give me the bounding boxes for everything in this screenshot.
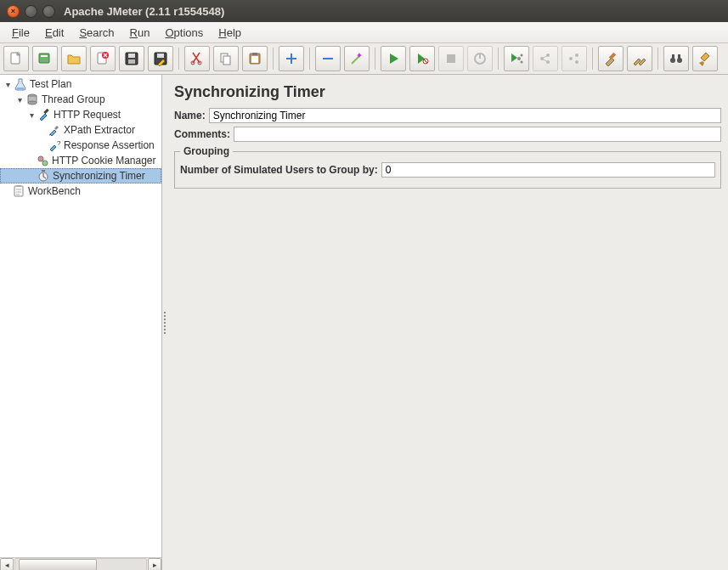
wand-icon — [349, 51, 364, 66]
svg-point-32 — [575, 60, 578, 64]
gears-icon — [36, 154, 49, 167]
tree-node-test-plan[interactable]: ▾ Test Plan — [0, 76, 161, 92]
svg-rect-7 — [128, 54, 135, 58]
open-button[interactable] — [61, 46, 87, 71]
users-input[interactable] — [381, 162, 715, 178]
clear-all-icon — [632, 51, 647, 66]
tree-node-http-request[interactable]: ▾ HTTP Request — [0, 107, 161, 122]
panel-title: Synchronizing Timer — [174, 83, 721, 101]
copy-button[interactable] — [213, 46, 239, 71]
window-maximize-button[interactable] — [42, 5, 55, 18]
scroll-thumb[interactable] — [19, 559, 97, 570]
tree-horizontal-scrollbar[interactable]: ◂ ▸ — [0, 557, 161, 570]
name-row: Name: — [174, 108, 721, 123]
toggle-button[interactable] — [344, 46, 370, 71]
tree-body[interactable]: ▾ Test Plan ▾ Thread Group ▾ HTTP Reques… — [0, 75, 161, 557]
broom-icon — [697, 51, 713, 66]
tree-panel: ▾ Test Plan ▾ Thread Group ▾ HTTP Reques… — [0, 75, 162, 570]
tree-node-thread-group[interactable]: ▾ Thread Group — [0, 92, 161, 107]
comments-input[interactable] — [234, 127, 721, 142]
svg-rect-37 — [678, 54, 680, 59]
menu-search[interactable]: Search — [72, 25, 121, 41]
shutdown-button[interactable] — [467, 46, 493, 71]
templates-button[interactable] — [32, 46, 58, 71]
window-minimize-button[interactable] — [25, 5, 37, 18]
scroll-right-button[interactable]: ▸ — [148, 558, 161, 570]
svg-rect-8 — [128, 59, 135, 64]
search-tree-button[interactable] — [663, 46, 689, 71]
cut-button[interactable] — [184, 46, 210, 71]
toolbar-separator — [273, 48, 274, 70]
name-input[interactable] — [209, 108, 721, 123]
tree-node-http-cookie-manager[interactable]: HTTP Cookie Manager — [0, 153, 161, 168]
tree-node-workbench[interactable]: WorkBench — [0, 183, 161, 199]
stop-button[interactable] — [438, 46, 464, 71]
window-titlebar: × Apache JMeter (2.11 r1554548) — [0, 0, 728, 22]
svg-rect-48 — [16, 185, 21, 187]
menu-help[interactable]: Help — [212, 25, 248, 41]
paste-button[interactable] — [242, 46, 268, 71]
tree-label: XPath Extractor — [64, 124, 135, 136]
menu-file[interactable]: File — [5, 25, 37, 41]
save-as-button[interactable] — [148, 46, 173, 71]
new-file-icon — [8, 51, 24, 66]
svg-rect-17 — [251, 56, 258, 63]
scroll-track[interactable] — [14, 558, 147, 570]
menu-run[interactable]: Run — [123, 25, 157, 41]
window-buttons: × — [7, 5, 55, 18]
menu-options[interactable]: Options — [158, 25, 210, 41]
menu-edit[interactable]: Edit — [38, 25, 71, 41]
tree-node-sync-timer[interactable]: Synchronizing Timer — [0, 168, 161, 183]
grouping-legend: Grouping — [180, 145, 233, 157]
svg-rect-16 — [252, 53, 257, 55]
expand-toggle-icon[interactable]: ▾ — [15, 95, 24, 104]
remote-start-button[interactable] — [504, 46, 529, 71]
svg-rect-21 — [447, 54, 455, 63]
new-file-button[interactable] — [3, 46, 29, 71]
svg-rect-2 — [39, 54, 49, 63]
toolbar-separator — [498, 48, 499, 70]
tree-node-response-assertion[interactable]: ? Response Assertion — [0, 138, 161, 153]
svg-marker-23 — [511, 54, 517, 62]
svg-point-25 — [521, 54, 523, 57]
toolbar-separator — [375, 48, 375, 70]
save-button[interactable] — [119, 46, 144, 71]
start-no-timers-button[interactable] — [409, 46, 435, 71]
scroll-left-button[interactable]: ◂ — [0, 558, 14, 570]
main-area: ▾ Test Plan ▾ Thread Group ▾ HTTP Reques… — [0, 75, 728, 570]
clear-icon — [603, 51, 618, 66]
expand-toggle-icon[interactable]: ▾ — [27, 110, 36, 119]
content-panel: Synchronizing Timer Name: Comments: Grou… — [167, 75, 728, 570]
reset-search-button[interactable] — [692, 46, 718, 71]
save-as-icon — [153, 51, 168, 66]
toolbar-separator — [657, 48, 658, 70]
tree-label: HTTP Cookie Manager — [52, 155, 156, 166]
clipboard-icon — [12, 184, 25, 198]
expand-toggle-icon[interactable]: ▾ — [3, 80, 12, 88]
remote-start-icon — [509, 51, 524, 66]
svg-point-24 — [517, 57, 521, 60]
menubar: File Edit Search Run Options Help — [0, 22, 728, 43]
close-file-button[interactable] — [90, 46, 116, 71]
clear-button[interactable] — [598, 46, 624, 71]
svg-point-26 — [521, 61, 523, 64]
start-button[interactable] — [381, 46, 406, 71]
shutdown-icon — [472, 51, 488, 66]
tree-label: Test Plan — [30, 78, 71, 90]
remote-stop-button[interactable] — [533, 46, 558, 71]
window-close-button[interactable]: × — [7, 5, 20, 18]
spool-icon — [25, 93, 39, 106]
collapse-button[interactable] — [315, 46, 341, 71]
open-folder-icon — [66, 51, 82, 66]
remote-stop-icon — [538, 51, 553, 66]
expand-button[interactable] — [279, 46, 304, 71]
svg-rect-36 — [672, 54, 674, 59]
users-label: Number of Simulated Users to Group by: — [180, 164, 378, 176]
comments-label: Comments: — [174, 128, 230, 140]
tree-label: Synchronizing Timer — [53, 170, 145, 182]
tree-node-xpath-extractor[interactable]: XPath Extractor — [0, 122, 161, 138]
clear-all-button[interactable] — [627, 46, 652, 71]
svg-rect-46 — [42, 170, 45, 172]
svg-point-30 — [569, 57, 573, 60]
remote-shutdown-button[interactable] — [562, 46, 587, 71]
